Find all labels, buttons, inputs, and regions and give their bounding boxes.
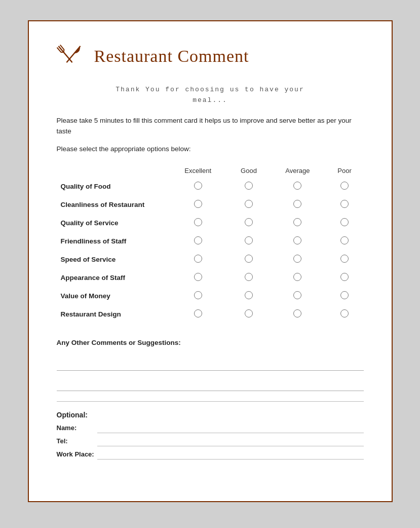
radio-input-poor[interactable]	[340, 200, 349, 208]
instruction-text: Please select the appropriate options be…	[57, 145, 364, 153]
radio-input-excellent[interactable]	[194, 200, 202, 208]
radio-excellent[interactable]	[168, 214, 228, 232]
radio-poor[interactable]	[326, 305, 364, 324]
radio-input-average[interactable]	[293, 200, 301, 208]
name-input[interactable]	[97, 423, 364, 433]
table-row: Friendliness of Staff	[57, 232, 364, 251]
radio-excellent[interactable]	[168, 287, 228, 305]
radio-input-poor[interactable]	[340, 182, 349, 190]
radio-poor[interactable]	[326, 287, 364, 305]
radio-poor[interactable]	[326, 214, 364, 232]
radio-input-poor[interactable]	[340, 309, 349, 318]
radio-input-excellent[interactable]	[194, 255, 202, 263]
radio-input-poor[interactable]	[340, 255, 349, 263]
radio-input-good[interactable]	[245, 255, 253, 263]
page-title: Restaurant Comment	[94, 47, 249, 65]
optional-title: Optional:	[57, 411, 364, 419]
radio-input-average[interactable]	[293, 236, 301, 244]
radio-input-average[interactable]	[293, 218, 301, 226]
comment-line-1	[57, 356, 364, 371]
row-label: Cleanliness of Restaurant	[57, 196, 168, 214]
radio-average[interactable]	[270, 178, 326, 196]
radio-good[interactable]	[228, 196, 270, 214]
radio-input-average[interactable]	[293, 309, 301, 318]
row-label: Friendliness of Staff	[57, 232, 168, 251]
row-label: Quality of Food	[57, 178, 168, 196]
radio-input-average[interactable]	[293, 273, 301, 281]
radio-poor[interactable]	[326, 196, 364, 214]
radio-input-excellent[interactable]	[194, 291, 202, 299]
radio-input-poor[interactable]	[340, 273, 349, 281]
radio-excellent[interactable]	[168, 232, 228, 251]
radio-input-good[interactable]	[245, 218, 253, 226]
comments-section: Any Other Comments or Suggestions:	[57, 339, 364, 391]
radio-good[interactable]	[228, 232, 270, 251]
col-good: Good	[228, 164, 270, 178]
comments-label: Any Other Comments or Suggestions:	[57, 339, 364, 346]
tel-label: Tel:	[57, 437, 97, 445]
radio-excellent[interactable]	[168, 305, 228, 324]
name-label: Name:	[57, 424, 97, 432]
row-label: Appearance of Staff	[57, 269, 168, 287]
radio-average[interactable]	[270, 287, 326, 305]
radio-input-excellent[interactable]	[194, 218, 202, 226]
radio-input-average[interactable]	[293, 291, 301, 299]
description-text: Please take 5 minutes to fill this comme…	[57, 115, 364, 137]
workplace-input[interactable]	[97, 449, 364, 460]
radio-average[interactable]	[270, 214, 326, 232]
row-label: Quality of Service	[57, 214, 168, 232]
row-label: Speed of Service	[57, 251, 168, 269]
row-label: Value of Money	[57, 287, 168, 305]
radio-input-excellent[interactable]	[194, 236, 202, 244]
col-excellent: Excellent	[168, 164, 228, 178]
radio-average[interactable]	[270, 269, 326, 287]
radio-input-good[interactable]	[245, 273, 253, 281]
radio-excellent[interactable]	[168, 178, 228, 196]
radio-input-poor[interactable]	[340, 218, 349, 226]
radio-input-good[interactable]	[245, 200, 253, 208]
radio-input-excellent[interactable]	[194, 182, 202, 190]
radio-good[interactable]	[228, 287, 270, 305]
row-label: Restaurant Design	[57, 305, 168, 324]
radio-good[interactable]	[228, 251, 270, 269]
table-row: Value of Money	[57, 287, 364, 305]
radio-good[interactable]	[228, 269, 270, 287]
radio-average[interactable]	[270, 196, 326, 214]
radio-average[interactable]	[270, 305, 326, 324]
radio-input-poor[interactable]	[340, 291, 349, 299]
divider	[57, 401, 364, 402]
radio-input-good[interactable]	[245, 182, 253, 190]
radio-input-excellent[interactable]	[194, 309, 202, 318]
thank-you-text: Thank You for choosing us to have your m…	[57, 85, 364, 106]
radio-poor[interactable]	[326, 269, 364, 287]
radio-input-average[interactable]	[293, 255, 301, 263]
col-category	[57, 164, 168, 178]
radio-average[interactable]	[270, 232, 326, 251]
radio-input-excellent[interactable]	[194, 273, 202, 281]
radio-average[interactable]	[270, 251, 326, 269]
tel-input[interactable]	[97, 436, 364, 446]
radio-good[interactable]	[228, 305, 270, 324]
radio-poor[interactable]	[326, 178, 364, 196]
optional-section: Optional: Name: Tel: Work Place:	[57, 411, 364, 460]
radio-excellent[interactable]	[168, 196, 228, 214]
table-row: Appearance of Staff	[57, 269, 364, 287]
rating-table: Excellent Good Average Poor Quality of F…	[57, 164, 364, 324]
radio-input-poor[interactable]	[340, 236, 349, 244]
table-row: Quality of Food	[57, 178, 364, 196]
radio-input-good[interactable]	[245, 291, 253, 299]
radio-excellent[interactable]	[168, 251, 228, 269]
optional-name: Name:	[57, 423, 364, 433]
radio-poor[interactable]	[326, 232, 364, 251]
radio-poor[interactable]	[326, 251, 364, 269]
radio-good[interactable]	[228, 178, 270, 196]
restaurant-icon	[57, 42, 82, 71]
table-row: Cleanliness of Restaurant	[57, 196, 364, 214]
radio-input-average[interactable]	[293, 182, 301, 190]
optional-tel: Tel:	[57, 436, 364, 446]
radio-input-good[interactable]	[245, 309, 253, 318]
optional-workplace: Work Place:	[57, 449, 364, 460]
radio-input-good[interactable]	[245, 236, 253, 244]
radio-good[interactable]	[228, 214, 270, 232]
radio-excellent[interactable]	[168, 269, 228, 287]
